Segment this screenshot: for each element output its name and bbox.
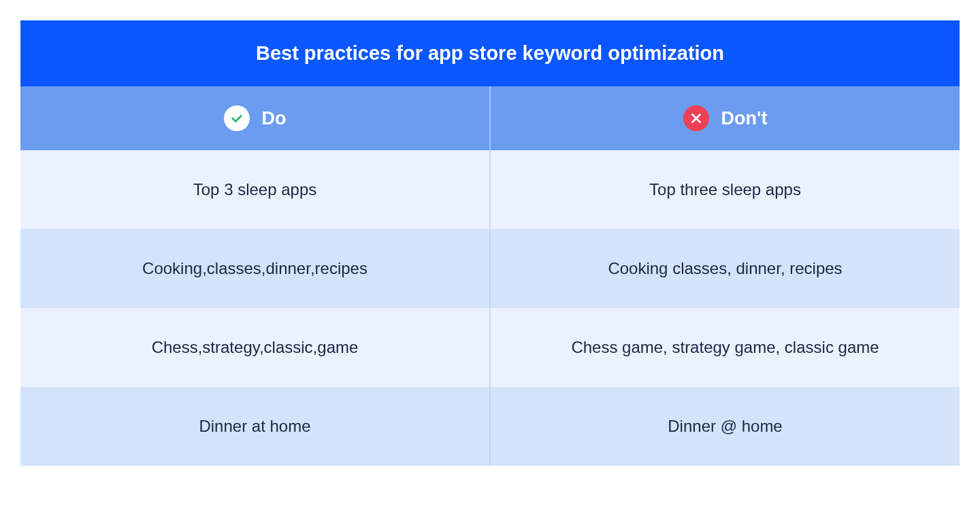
dont-column-header: Don't — [490, 86, 960, 150]
cross-icon — [683, 105, 709, 131]
table-title: Best practices for app store keyword opt… — [20, 20, 960, 86]
dont-cell: Dinner @ home — [490, 387, 960, 466]
dont-header-label: Don't — [721, 108, 768, 129]
table-body: Top 3 sleep apps Top three sleep apps Co… — [20, 150, 960, 466]
check-icon — [224, 105, 250, 131]
table-row: Top 3 sleep apps Top three sleep apps — [20, 150, 960, 229]
table-row: Cooking,classes,dinner,recipes Cooking c… — [20, 229, 960, 308]
table-header-row: Do Don't — [20, 86, 960, 150]
dont-cell: Cooking classes, dinner, recipes — [490, 229, 960, 308]
keyword-practices-table: Best practices for app store keyword opt… — [20, 20, 960, 466]
do-cell: Chess,strategy,classic,game — [20, 308, 490, 387]
table-row: Chess,strategy,classic,game Chess game, … — [20, 308, 960, 387]
do-cell: Top 3 sleep apps — [20, 150, 490, 229]
do-cell: Dinner at home — [20, 387, 490, 466]
dont-cell: Top three sleep apps — [490, 150, 960, 229]
do-header-label: Do — [262, 108, 287, 129]
table-row: Dinner at home Dinner @ home — [20, 387, 960, 466]
do-column-header: Do — [20, 86, 490, 150]
dont-cell: Chess game, strategy game, classic game — [490, 308, 960, 387]
do-cell: Cooking,classes,dinner,recipes — [20, 229, 490, 308]
